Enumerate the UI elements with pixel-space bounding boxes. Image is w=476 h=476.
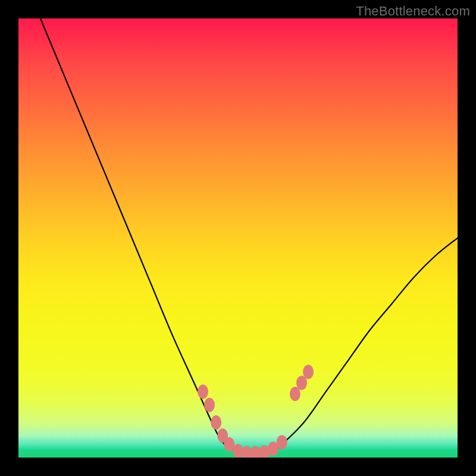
marker-dot	[303, 365, 314, 379]
marker-dot	[204, 397, 215, 412]
marker-dot	[198, 384, 208, 399]
marker-dot	[277, 435, 287, 449]
curve-svg	[18, 18, 458, 458]
bottleneck-curve	[40, 18, 458, 455]
chart-frame: TheBottleneck.com	[0, 0, 476, 476]
plot-area	[18, 18, 458, 458]
marker-dots	[198, 365, 314, 458]
watermark-label: TheBottleneck.com	[356, 4, 470, 19]
marker-dot	[211, 415, 221, 430]
